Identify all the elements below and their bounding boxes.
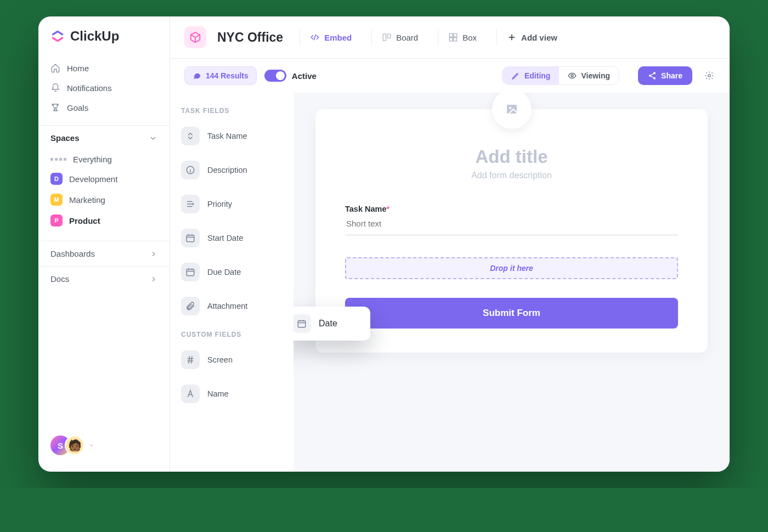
chevron-down-icon [149,134,157,143]
mode-viewing-label: Viewing [581,71,610,80]
space-development[interactable]: D Development [43,168,165,189]
space-product[interactable]: P Product [43,210,165,231]
task-name-label: Task Name [345,205,387,213]
dashboards-label: Dashboards [50,249,95,258]
view-tab-box-label: Box [462,33,477,42]
space-development-label: Development [69,174,117,184]
caret-down-icon[interactable] [89,443,94,448]
form-canvas[interactable]: Add title Add form description Task Name… [293,93,730,472]
mode-viewing[interactable]: Viewing [559,67,619,84]
nav-notifications-label: Notifications [67,83,112,93]
results-pill[interactable]: 144 Results [184,66,257,85]
field-start-date[interactable]: Start Date [179,224,285,258]
toggle-switch[interactable] [264,70,286,82]
avatar[interactable]: 🧑🏾 [65,435,84,455]
space-icon-chip[interactable] [184,26,206,48]
share-label: Share [661,71,682,80]
calendar-icon [181,229,200,247]
bell-icon [50,83,60,93]
field-name[interactable]: Name [179,380,285,414]
hash-icon [181,350,200,369]
pencil-icon [511,71,520,80]
image-icon [505,103,518,116]
fields-panel: TASK FIELDS Task Name Description Priori… [170,93,293,472]
add-view-button[interactable]: Add view [496,29,563,46]
svg-point-15 [509,107,511,109]
active-label: Active [292,71,317,81]
view-tab-board-label: Board [396,33,418,42]
view-tab-box[interactable]: Box [438,29,482,46]
sidebar-nav: Home Notifications Goals [38,44,170,125]
field-label: Task Name [207,132,247,140]
sidebar-docs[interactable]: Docs [38,266,170,291]
active-toggle[interactable]: Active [264,70,317,82]
app-window: ClickUp Home Notifications Goals Spaces [38,16,730,472]
form-dropzone[interactable]: Drop it here [345,257,678,279]
field-priority[interactable]: Priority [179,190,285,224]
nav-goals[interactable]: Goals [43,98,165,117]
nav-home[interactable]: Home [43,58,165,78]
nav-notifications[interactable]: Notifications [43,78,165,98]
field-task-name[interactable]: Task Name [179,122,285,156]
field-label: Start Date [207,234,243,242]
svg-rect-16 [298,321,306,327]
chevron-right-icon [150,275,157,283]
field-attachment[interactable]: Attachment [179,292,285,326]
view-tab-embed-label: Embed [324,33,352,42]
mode-editing-label: Editing [524,71,550,80]
view-tab-embed[interactable]: Embed [300,29,357,46]
sidebar: ClickUp Home Notifications Goals Spaces [38,16,170,472]
svg-rect-1 [388,34,391,38]
svg-point-6 [571,75,573,77]
mode-editing[interactable]: Editing [502,67,559,84]
trophy-icon [50,103,60,112]
results-label: 144 Results [206,71,249,80]
share-button[interactable]: Share [638,66,692,85]
board-icon [382,32,392,42]
space-marketing[interactable]: M Marketing [43,189,165,210]
toolbar: 144 Results Active Editing Viewing Share [170,59,730,93]
text-icon [181,384,200,403]
space-everything[interactable]: Everything [43,150,165,168]
form-subtitle-input[interactable]: Add form description [345,171,678,180]
svg-rect-12 [187,235,194,242]
view-tab-board[interactable]: Board [371,29,423,46]
field-label: Attachment [207,302,247,310]
svg-rect-0 [383,34,386,41]
required-asterisk: * [387,205,390,213]
docs-label: Docs [50,274,69,284]
task-name-input[interactable] [345,213,678,235]
nav-home-label: Home [67,64,89,73]
space-badge: P [50,214,63,227]
field-label: Priority [207,200,232,208]
nav-goals-label: Goals [67,103,88,112]
custom-fields-heading: CUSTOM FIELDS [179,326,285,346]
field-label: Description [207,166,247,174]
spaces-header-label: Spaces [50,133,80,143]
settings-button[interactable] [703,70,715,82]
submit-button[interactable]: Submit Form [345,298,678,329]
field-due-date[interactable]: Due Date [179,258,285,292]
task-fields-heading: TASK FIELDS [179,103,285,122]
user-avatars[interactable]: S 🧑🏾 [38,429,170,462]
eye-icon [568,71,577,80]
svg-rect-4 [449,38,453,41]
svg-rect-3 [454,33,457,37]
form-card: Add title Add form description Task Name… [315,109,708,353]
sidebar-dashboards[interactable]: Dashboards [38,241,170,266]
mode-segment: Editing Viewing [502,66,619,85]
spaces-header[interactable]: Spaces [38,125,170,148]
form-field-task-name[interactable]: Task Name* [345,205,678,235]
expand-icon [181,127,200,145]
calendar-icon [181,263,200,281]
space-product-label: Product [69,216,100,225]
form-field-label: Task Name* [345,205,678,213]
field-screen[interactable]: Screen [179,346,285,380]
svg-point-8 [649,75,651,77]
dragging-field-chip[interactable]: Date [293,307,370,341]
box-icon [448,32,458,42]
svg-rect-13 [187,269,194,276]
field-description[interactable]: Description [179,156,285,190]
brand-logo-icon [50,29,65,43]
main: NYC Office Embed Board Box Add view 144 [170,16,730,472]
